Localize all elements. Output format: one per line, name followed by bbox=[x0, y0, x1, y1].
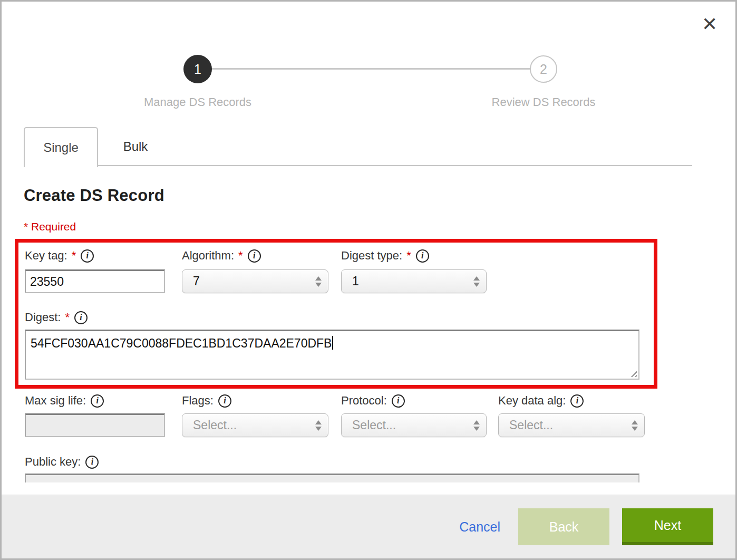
public-key-label-text: Public key: bbox=[25, 455, 81, 469]
page-title: Create DS Record bbox=[24, 186, 164, 205]
key-data-alg-placeholder: Select... bbox=[509, 418, 553, 432]
create-ds-record-modal: ✕ 1 2 Manage DS Records Review DS Record… bbox=[0, 0, 737, 560]
flags-label: Flags: i bbox=[182, 394, 231, 408]
key-tag-label-text: Key tag: bbox=[25, 249, 67, 263]
stepper-connector bbox=[211, 68, 531, 70]
select-arrows-icon bbox=[473, 420, 480, 431]
max-sig-life-label: Max sig life: i bbox=[25, 394, 104, 408]
select-arrows-icon bbox=[315, 420, 322, 431]
step-2-number: 2 bbox=[540, 62, 547, 77]
tab-single-label: Single bbox=[43, 140, 79, 155]
cancel-button[interactable]: Cancel bbox=[459, 519, 500, 535]
digest-required-asterisk: * bbox=[65, 311, 70, 324]
digest-type-required-asterisk: * bbox=[406, 249, 411, 263]
select-arrows-icon bbox=[473, 276, 480, 287]
digest-info-icon[interactable]: i bbox=[74, 311, 88, 324]
tab-bulk[interactable]: Bulk bbox=[98, 127, 173, 166]
key-data-alg-select[interactable]: Select... bbox=[498, 413, 645, 437]
digest-type-selected-value: 1 bbox=[352, 274, 359, 288]
digest-label: Digest: * i bbox=[25, 311, 88, 324]
digest-textarea[interactable]: 54FCF030AA1C79C0088FDEC1BD1C37DAA2E70DFB bbox=[25, 330, 639, 380]
key-data-alg-label: Key data alg: i bbox=[498, 394, 584, 408]
modal-footer: Cancel Back Next bbox=[2, 495, 735, 558]
tab-single[interactable]: Single bbox=[24, 127, 98, 167]
protocol-placeholder: Select... bbox=[352, 418, 396, 432]
key-tag-value: 23550 bbox=[30, 275, 64, 289]
algorithm-info-icon[interactable]: i bbox=[248, 249, 261, 263]
close-icon[interactable]: ✕ bbox=[699, 13, 721, 35]
max-sig-life-info-icon[interactable]: i bbox=[91, 394, 104, 408]
max-sig-life-label-text: Max sig life: bbox=[25, 394, 86, 408]
key-tag-info-icon[interactable]: i bbox=[81, 249, 94, 263]
step-2-circle: 2 bbox=[530, 55, 557, 83]
key-data-alg-label-text: Key data alg: bbox=[498, 394, 566, 408]
key-tag-input[interactable]: 23550 bbox=[25, 269, 165, 293]
algorithm-required-asterisk: * bbox=[238, 249, 243, 263]
step-2-label: Review DS Records bbox=[492, 95, 596, 109]
text-cursor bbox=[332, 336, 333, 350]
tab-bar: Single Bulk bbox=[24, 127, 692, 166]
required-note: * Required bbox=[24, 220, 76, 233]
tab-bulk-label: Bulk bbox=[123, 139, 148, 154]
back-button[interactable]: Back bbox=[518, 508, 609, 545]
select-arrows-icon bbox=[315, 276, 322, 287]
protocol-label-text: Protocol: bbox=[341, 394, 387, 408]
public-key-label: Public key: i bbox=[25, 455, 99, 469]
protocol-label: Protocol: i bbox=[341, 394, 405, 408]
protocol-select[interactable]: Select... bbox=[341, 413, 487, 437]
step-1-number: 1 bbox=[194, 62, 201, 77]
digest-value: 54FCF030AA1C79C0088FDEC1BD1C37DAA2E70DFB bbox=[31, 336, 332, 350]
public-key-info-icon[interactable]: i bbox=[85, 456, 99, 469]
flags-placeholder: Select... bbox=[193, 418, 237, 432]
key-tag-label: Key tag: * i bbox=[25, 249, 94, 263]
digest-type-select[interactable]: 1 bbox=[341, 269, 487, 293]
textarea-resize-handle[interactable] bbox=[629, 369, 637, 377]
digest-label-text: Digest: bbox=[25, 311, 61, 324]
digest-type-label: Digest type: * i bbox=[341, 249, 429, 263]
algorithm-select[interactable]: 7 bbox=[182, 269, 328, 293]
flags-select[interactable]: Select... bbox=[182, 413, 328, 437]
key-tag-required-asterisk: * bbox=[72, 249, 76, 263]
flags-label-text: Flags: bbox=[182, 394, 214, 408]
algorithm-label: Algorithm: * i bbox=[182, 249, 261, 263]
public-key-textarea[interactable] bbox=[25, 474, 639, 482]
key-data-alg-info-icon[interactable]: i bbox=[570, 394, 584, 408]
max-sig-life-input[interactable] bbox=[25, 413, 165, 437]
digest-type-label-text: Digest type: bbox=[341, 249, 402, 263]
step-1-circle: 1 bbox=[183, 55, 212, 83]
select-arrows-icon bbox=[632, 420, 638, 431]
digest-type-info-icon[interactable]: i bbox=[416, 249, 429, 263]
protocol-info-icon[interactable]: i bbox=[392, 394, 405, 408]
algorithm-selected-value: 7 bbox=[193, 274, 200, 288]
next-button[interactable]: Next bbox=[622, 508, 713, 545]
step-1-label: Manage DS Records bbox=[144, 95, 251, 109]
flags-info-icon[interactable]: i bbox=[218, 394, 231, 408]
algorithm-label-text: Algorithm: bbox=[182, 249, 234, 263]
